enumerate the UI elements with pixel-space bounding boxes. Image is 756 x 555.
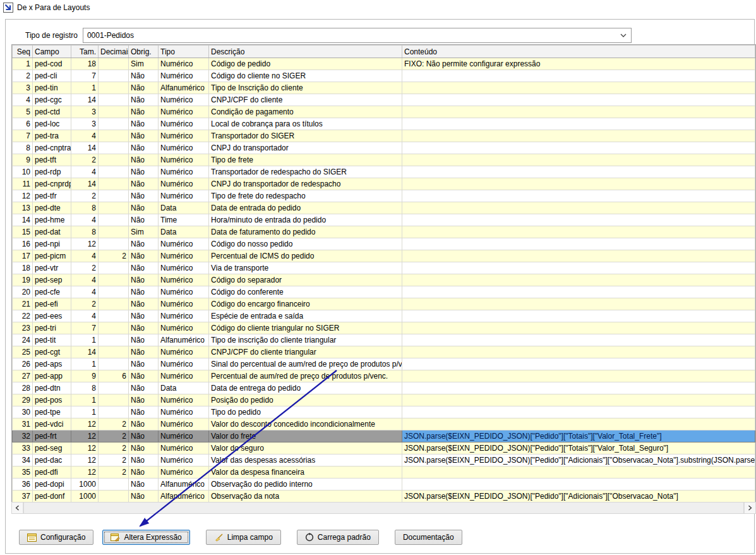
cell-conteudo[interactable] — [402, 202, 755, 214]
cell-conteudo[interactable] — [402, 166, 755, 178]
cell-obrig[interactable]: Não — [129, 214, 159, 226]
cell-seq[interactable]: 2 — [13, 70, 33, 82]
cell-tipo[interactable]: Data — [159, 382, 209, 394]
table-row[interactable]: 31ped-vdci122NãoNuméricoValor do descont… — [13, 418, 755, 430]
cell-seq[interactable]: 11 — [13, 178, 33, 190]
cell-seq[interactable]: 30 — [13, 406, 33, 418]
cell-campo[interactable]: ped-cnprdp — [33, 178, 71, 190]
cell-tipo[interactable]: Numérico — [159, 94, 209, 106]
cell-decimais[interactable] — [99, 94, 129, 106]
cell-decimais[interactable] — [99, 82, 129, 94]
table-row[interactable]: 7ped-tra4NãoNuméricoTransportador do SIG… — [13, 130, 755, 142]
cell-decimais[interactable] — [99, 394, 129, 406]
cell-tam[interactable]: 9 — [71, 370, 99, 382]
cell-conteudo[interactable] — [402, 418, 755, 430]
cell-campo[interactable]: ped-aps — [33, 358, 71, 370]
table-row[interactable]: 13ped-dte8NãoDataData de entrada do pedi… — [13, 202, 755, 214]
cell-tipo[interactable]: Numérico — [159, 154, 209, 166]
cell-descricao[interactable]: Valor do seguro — [209, 442, 402, 454]
cell-conteudo[interactable] — [402, 226, 755, 238]
cell-tam[interactable]: 4 — [71, 250, 99, 262]
cell-campo[interactable]: ped-efi — [33, 298, 71, 310]
cell-obrig[interactable]: Não — [129, 238, 159, 250]
cell-tam[interactable]: 14 — [71, 178, 99, 190]
cell-seq[interactable]: 36 — [13, 479, 33, 491]
cell-decimais[interactable] — [99, 178, 129, 190]
cell-campo[interactable]: ped-rdp — [33, 166, 71, 178]
cell-campo[interactable]: ped-cgc — [33, 94, 71, 106]
cell-conteudo[interactable] — [402, 322, 755, 334]
cell-campo[interactable]: ped-dte — [33, 202, 71, 214]
cell-campo[interactable]: ped-dac — [33, 454, 71, 467]
cell-decimais[interactable] — [99, 479, 129, 491]
cell-campo[interactable]: ped-ees — [33, 310, 71, 322]
cell-campo[interactable]: ped-seg — [33, 442, 71, 454]
cell-obrig[interactable]: Não — [129, 346, 159, 358]
cell-campo[interactable]: ped-vdci — [33, 418, 71, 430]
column-header-descricao[interactable]: Descrição — [209, 46, 402, 58]
cell-conteudo[interactable] — [402, 262, 755, 274]
cell-descricao[interactable]: Valor da despesa financeira — [209, 467, 402, 479]
cell-conteudo[interactable] — [402, 334, 755, 346]
cell-obrig[interactable]: Não — [129, 262, 159, 274]
cell-conteudo[interactable] — [402, 238, 755, 250]
cell-conteudo[interactable] — [402, 286, 755, 298]
cell-obrig[interactable]: Não — [129, 130, 159, 142]
cell-seq[interactable]: 13 — [13, 202, 33, 214]
cell-tipo[interactable]: Numérico — [159, 250, 209, 262]
cell-conteudo[interactable]: FIXO: Não permite configurar expressão — [402, 58, 755, 70]
cell-descricao[interactable]: Data de entrega do pedido — [209, 382, 402, 394]
table-row[interactable]: 37ped-donf1000NãoAlfanuméricoObservação … — [13, 491, 755, 503]
cell-campo[interactable]: ped-vtr — [33, 262, 71, 274]
cell-seq[interactable]: 16 — [13, 238, 33, 250]
cell-campo[interactable]: ped-tin — [33, 82, 71, 94]
cell-seq[interactable]: 1 — [13, 58, 33, 70]
table-row[interactable]: 5ped-ctd3NãoNuméricoCondição de pagament… — [13, 106, 755, 118]
cell-campo[interactable]: ped-tra — [33, 130, 71, 142]
cell-tam[interactable]: 8 — [71, 382, 99, 394]
table-row[interactable]: 1ped-cod18SimNuméricoCódigo de pedidoFIX… — [13, 58, 755, 70]
cell-tipo[interactable]: Numérico — [159, 418, 209, 430]
cell-seq[interactable]: 19 — [13, 274, 33, 286]
cell-descricao[interactable]: Transportador de redespacho do SIGER — [209, 166, 402, 178]
cell-tipo[interactable]: Numérico — [159, 58, 209, 70]
cell-campo[interactable]: ped-tri — [33, 322, 71, 334]
cell-decimais[interactable] — [99, 274, 129, 286]
cell-decimais[interactable]: 2 — [99, 430, 129, 442]
table-row[interactable]: 12ped-tfr2NãoNuméricoTipo de frete do re… — [13, 190, 755, 202]
cell-tam[interactable]: 2 — [71, 262, 99, 274]
cell-campo[interactable]: ped-tfr — [33, 190, 71, 202]
cell-tipo[interactable]: Numérico — [159, 166, 209, 178]
cell-seq[interactable]: 29 — [13, 394, 33, 406]
cell-tam[interactable]: 4 — [71, 286, 99, 298]
cell-tam[interactable]: 14 — [71, 346, 99, 358]
cell-conteudo[interactable] — [402, 70, 755, 82]
cell-tipo[interactable]: Numérico — [159, 370, 209, 382]
cell-obrig[interactable]: Não — [129, 467, 159, 479]
cell-tam[interactable]: 7 — [71, 322, 99, 334]
cell-descricao[interactable]: Posição do pedido — [209, 394, 402, 406]
cell-conteudo[interactable] — [402, 142, 755, 154]
cell-descricao[interactable]: Tipo de frete — [209, 154, 402, 166]
cell-tipo[interactable]: Numérico — [159, 430, 209, 442]
cell-decimais[interactable]: 2 — [99, 454, 129, 467]
cell-conteudo[interactable] — [402, 298, 755, 310]
cell-decimais[interactable] — [99, 214, 129, 226]
cell-seq[interactable]: 31 — [13, 418, 33, 430]
cell-decimais[interactable] — [99, 286, 129, 298]
cell-tipo[interactable]: Numérico — [159, 322, 209, 334]
cell-campo[interactable]: ped-dtn — [33, 382, 71, 394]
cell-descricao[interactable]: Percentual de aum/red de preço de produt… — [209, 370, 402, 382]
cell-obrig[interactable]: Não — [129, 178, 159, 190]
table-row[interactable]: 29ped-pos1NãoNuméricoPosição do pedido — [13, 394, 755, 406]
cell-tipo[interactable]: Numérico — [159, 190, 209, 202]
cell-seq[interactable]: 24 — [13, 334, 33, 346]
cell-campo[interactable]: ped-app — [33, 370, 71, 382]
cell-obrig[interactable]: Não — [129, 142, 159, 154]
table-row[interactable]: 23ped-tri7NãoNuméricoCódigo do cliente t… — [13, 322, 755, 334]
cell-tam[interactable]: 7 — [71, 70, 99, 82]
cell-campo[interactable]: ped-dfi — [33, 467, 71, 479]
cell-tam[interactable]: 14 — [71, 142, 99, 154]
table-row[interactable]: 15ped-dat8SimDataData de faturamento do … — [13, 226, 755, 238]
cell-obrig[interactable]: Não — [129, 322, 159, 334]
